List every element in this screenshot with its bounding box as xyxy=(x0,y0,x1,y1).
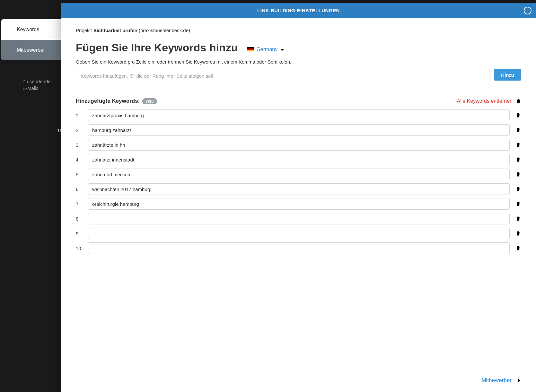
trash-icon xyxy=(515,216,521,222)
delete-keyword-button[interactable] xyxy=(515,171,521,178)
keywords-textarea[interactable] xyxy=(76,69,489,88)
delete-keyword-button[interactable] xyxy=(515,215,521,222)
arrow-right-icon xyxy=(515,378,521,383)
keyword-row-number: 9 xyxy=(76,231,83,236)
trash-icon xyxy=(515,246,521,251)
keyword-row-number: 7 xyxy=(76,201,83,207)
modal-header: LINK BUILDING-EINSTELLUNGEN xyxy=(61,3,536,18)
keyword-row: 5 xyxy=(76,169,521,180)
wizard-step-label: Keywords xyxy=(17,27,39,32)
delete-keyword-button[interactable] xyxy=(515,142,521,148)
keyword-row: 4 xyxy=(76,154,521,165)
next-step-button[interactable]: Mitbewerber xyxy=(481,377,521,384)
trash-icon xyxy=(515,201,521,207)
input-hint: Geben Sie ein Keyword pro Zeile ein, ode… xyxy=(76,59,521,65)
keyword-input[interactable] xyxy=(88,228,510,239)
project-line: Projekt: Sichtbarkeit prüfen (praxismueh… xyxy=(76,28,521,33)
modal-title: LINK BUILDING-EINSTELLUNGEN xyxy=(257,8,340,13)
close-button[interactable] xyxy=(524,7,532,14)
settings-modal: LINK BUILDING-EINSTELLUNGEN Projekt: Sic… xyxy=(61,3,536,392)
keyword-row-number: 8 xyxy=(76,216,83,222)
keyword-input[interactable] xyxy=(88,183,510,195)
trash-icon xyxy=(515,127,521,133)
close-icon xyxy=(526,9,530,13)
keyword-row: 2 xyxy=(76,124,521,136)
keyword-row-number: 4 xyxy=(76,157,83,162)
delete-keyword-button[interactable] xyxy=(515,127,521,133)
modal-footer: Mitbewerber xyxy=(61,371,536,392)
add-button[interactable]: Hinzu xyxy=(494,69,521,81)
keyword-row-number: 6 xyxy=(76,187,83,192)
check-icon xyxy=(7,26,13,33)
backdrop-column-label: Zu sendende E-Mails xyxy=(22,78,51,91)
delete-keyword-button[interactable] xyxy=(515,201,521,207)
trash-icon xyxy=(515,142,521,148)
wizard-step-keywords[interactable]: Keywords xyxy=(1,19,61,40)
keyword-row-number: 5 xyxy=(76,172,83,177)
delete-keyword-button[interactable] xyxy=(515,156,521,163)
keyword-input[interactable] xyxy=(88,124,510,136)
delete-keyword-button[interactable] xyxy=(515,112,521,118)
added-keywords-label: Hinzugefügte Keywords: 7/10 xyxy=(76,98,157,104)
keyword-row-number: 3 xyxy=(76,142,83,148)
delete-keyword-button[interactable] xyxy=(515,230,521,237)
keyword-input[interactable] xyxy=(88,242,510,254)
keyword-input[interactable] xyxy=(88,198,510,210)
keyword-input[interactable] xyxy=(88,213,510,224)
trash-icon xyxy=(515,187,521,192)
country-picker[interactable]: Germany xyxy=(247,47,285,52)
keyword-input[interactable] xyxy=(88,154,510,165)
delete-keyword-button[interactable] xyxy=(515,186,521,192)
chevron-down-icon xyxy=(280,47,285,52)
check-icon xyxy=(7,47,13,53)
keyword-row-number: 1 xyxy=(76,113,83,118)
trash-icon xyxy=(516,99,521,104)
keyword-list: 12345678910 xyxy=(76,109,521,254)
keyword-row: 9 xyxy=(76,228,521,239)
remove-all-keywords-button[interactable]: Alle Keywords entfernen xyxy=(457,98,521,104)
trash-icon xyxy=(515,172,521,177)
wizard-step-label: Mitbewerber xyxy=(17,47,45,53)
germany-flag-icon xyxy=(247,47,254,51)
keyword-row: 1 xyxy=(76,109,521,121)
wizard-steps-panel: Keywords Mitbewerber xyxy=(1,19,61,60)
keyword-row: 7 xyxy=(76,198,521,210)
keyword-count-badge: 7/10 xyxy=(142,98,157,104)
delete-keyword-button[interactable] xyxy=(515,245,521,251)
keyword-row: 6 xyxy=(76,183,521,195)
keyword-row: 8 xyxy=(76,213,521,224)
wizard-step-competitors[interactable]: Mitbewerber xyxy=(1,40,61,60)
keyword-input[interactable] xyxy=(88,109,510,121)
modal-body: Projekt: Sichtbarkeit prüfen (praxismueh… xyxy=(61,18,536,371)
keyword-row: 3 xyxy=(76,139,521,151)
page-title: Fügen Sie Ihre Keywords hinzu xyxy=(76,41,238,54)
country-label: Germany xyxy=(256,47,277,52)
trash-icon xyxy=(515,157,521,162)
trash-icon xyxy=(515,231,521,236)
keyword-row-number: 2 xyxy=(76,127,83,133)
keyword-row: 10 xyxy=(76,242,521,254)
keyword-input[interactable] xyxy=(88,169,510,180)
keyword-row-number: 10 xyxy=(76,246,83,251)
trash-icon xyxy=(515,113,521,118)
keyword-input[interactable] xyxy=(88,139,510,151)
